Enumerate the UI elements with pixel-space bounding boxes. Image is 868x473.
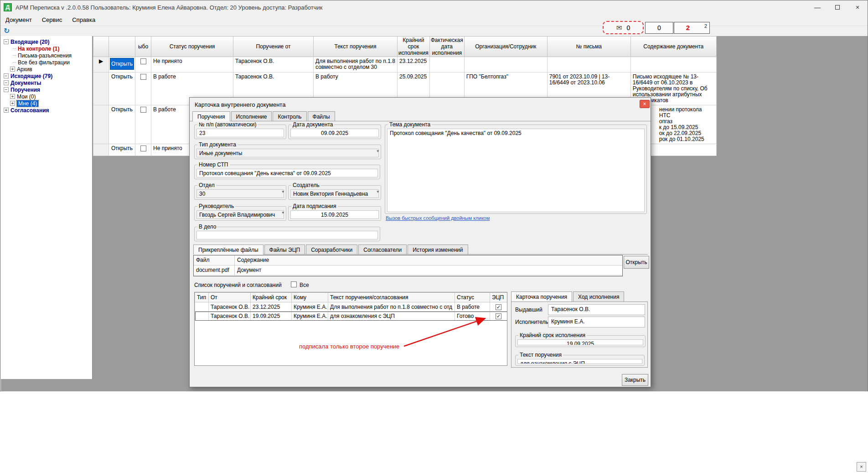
- assignment-row[interactable]: Тарасенок О.В. 23.12.2025 Круминя Е.А. Д…: [195, 302, 507, 312]
- doc-theme-input[interactable]: Протокол совещания "День качества" от 09…: [387, 129, 645, 212]
- collapse-icon[interactable]: −: [4, 80, 9, 85]
- dialog-close-button[interactable]: ×: [640, 100, 650, 108]
- doc-date-field: Дата документа 09.09.2025: [288, 125, 381, 139]
- tree-item-outbox[interactable]: −Исходящие (79): [4, 73, 92, 79]
- tab-approvers[interactable]: Согласователи: [358, 244, 407, 255]
- dialog-close-action-button[interactable]: Закрыть: [622, 374, 648, 386]
- tree-item-assignments[interactable]: −Поручения: [4, 86, 92, 93]
- col-header-from[interactable]: Поручение от: [233, 36, 314, 57]
- open-button[interactable]: Открыть: [110, 58, 134, 70]
- tree-item-inbox[interactable]: −Входящие (20): [4, 38, 92, 45]
- files-header-row: Файл Содержание: [194, 255, 622, 265]
- col-header-deadline[interactable]: Крайний срок исполнения: [398, 36, 430, 57]
- from-cell: Тарасенок О.В.: [209, 312, 251, 321]
- open-cell: Открыть: [109, 144, 135, 156]
- close-button[interactable]: ×: [847, 0, 868, 14]
- tree-item-documents[interactable]: −Документы: [4, 79, 92, 86]
- row-checkbox[interactable]: [140, 107, 146, 113]
- corner-close-button[interactable]: ×: [857, 462, 866, 472]
- menu-item-service[interactable]: Сервис: [37, 15, 67, 25]
- sign-date-input[interactable]: 15.09.2025: [290, 210, 379, 219]
- maximize-button[interactable]: [827, 0, 847, 14]
- minimize-button[interactable]: —: [807, 0, 827, 14]
- tree-item-approvals[interactable]: +Согласования: [4, 107, 92, 114]
- open-button[interactable]: Открыть: [111, 146, 133, 151]
- refresh-icon[interactable]: ↻: [4, 26, 10, 35]
- doc-type-dropdown[interactable]: Иные документы: [196, 149, 379, 157]
- tree-item-my[interactable]: +Мои (0): [10, 93, 92, 100]
- collapse-icon[interactable]: −: [4, 87, 9, 92]
- expand-icon[interactable]: +: [10, 94, 15, 99]
- all-checkbox[interactable]: [291, 281, 297, 287]
- tab-change-history[interactable]: История изменений: [408, 244, 468, 255]
- menu-item-help[interactable]: Справка: [67, 15, 100, 25]
- doc-number-input[interactable]: 23: [196, 129, 284, 137]
- tab-control[interactable]: Контроль: [273, 111, 306, 121]
- col-header-select[interactable]: ыбо: [135, 36, 151, 57]
- menu-item-document[interactable]: Документ: [0, 15, 37, 25]
- quick-messages-link[interactable]: Вызов быстрых сообщений двойным кликом: [386, 215, 490, 221]
- card-text-input[interactable]: для ознакомления с ЭЦП: [517, 359, 642, 364]
- tree-item-clarification-letters[interactable]: Письма-разъяснения: [10, 52, 92, 59]
- tab-assignments[interactable]: Поручения: [192, 111, 230, 121]
- select-cell: [135, 105, 151, 144]
- tree-item-to-me[interactable]: +Мне (4): [10, 100, 92, 107]
- row-checkbox[interactable]: [140, 74, 146, 80]
- col-header-letter-no[interactable]: № письма: [547, 36, 630, 57]
- expand-icon[interactable]: +: [10, 67, 15, 72]
- creator-label: Создатель: [291, 182, 321, 188]
- row-checkbox[interactable]: [140, 58, 146, 64]
- head-label: Руководитель: [197, 203, 235, 209]
- card-deadline-input[interactable]: 19.09.2025: [517, 339, 643, 345]
- tab-execution[interactable]: Исполнение: [231, 111, 272, 121]
- tab-execution-progress[interactable]: Ход исполнения: [573, 291, 624, 301]
- open-file-button[interactable]: Открыть: [624, 256, 649, 269]
- col-header-content[interactable]: Содержание документа: [630, 36, 716, 57]
- creator-dropdown[interactable]: Новик Виктория Геннадьевна: [290, 189, 379, 198]
- col-header-text[interactable]: Текст поручения: [314, 36, 398, 57]
- tree-item-on-control[interactable]: На контроле (1): [10, 45, 92, 52]
- tree-item-all-unfiltered[interactable]: Все без фильтрации: [10, 59, 92, 66]
- assignments-table-container: Тип От Крайний срок Кому Текст поручения…: [194, 292, 507, 366]
- col-header-text: Текст поручения/согласования: [328, 293, 455, 302]
- department-label: Отдел: [197, 182, 216, 188]
- tab-assignment-card[interactable]: Карточка поручения: [511, 291, 572, 301]
- collapse-icon[interactable]: −: [4, 39, 9, 44]
- chevron-down-icon: ▾: [377, 189, 379, 194]
- ecp-checkbox[interactable]: ✓: [496, 313, 501, 319]
- middle-counter[interactable]: 0: [645, 22, 673, 34]
- assignment-row[interactable]: Тарасенок О.В. 19.09.2025 Круминя Е.А. д…: [195, 312, 507, 321]
- expand-icon[interactable]: +: [10, 101, 15, 106]
- tab-codevelopers[interactable]: Соразработчики: [306, 244, 357, 255]
- file-content: Документ: [235, 265, 622, 275]
- bottom-strip: [0, 391, 868, 473]
- file-row[interactable]: document.pdf Документ: [194, 265, 622, 275]
- select-cell: [135, 144, 151, 156]
- col-header-organization[interactable]: Организация/Сотрудник: [464, 36, 547, 57]
- col-header-status[interactable]: Статус поручения: [151, 36, 233, 57]
- issuer-input[interactable]: Тарасенок О.В.: [548, 304, 645, 315]
- department-dropdown[interactable]: 30: [196, 189, 284, 198]
- collapse-icon[interactable]: −: [4, 73, 9, 78]
- issuer-label: Выдавший: [515, 307, 542, 313]
- tab-attached-files[interactable]: Прикреплённые файлы: [193, 244, 264, 255]
- col-header-actual-date[interactable]: Фактическая дата исполнения: [429, 36, 464, 57]
- doc-type-field: Тип документа Иные документы ▾: [194, 145, 381, 159]
- document-card-dialog: Карточка внутреннего документа × Поручен…: [189, 97, 651, 387]
- ecp-checkbox[interactable]: ✓: [496, 304, 501, 310]
- case-input[interactable]: [196, 231, 378, 239]
- head-dropdown[interactable]: Гвоздь Сергей Владимирович: [196, 210, 284, 219]
- tab-files[interactable]: Файлы: [308, 111, 335, 121]
- open-button[interactable]: Открыть: [111, 107, 133, 113]
- tree-item-archive[interactable]: +Архив: [10, 66, 92, 73]
- file-tabs: Прикреплённые файлы Файлы ЭЦП Соразработ…: [193, 244, 469, 255]
- executor-input[interactable]: Круминя Е.А.: [548, 317, 645, 327]
- row-checkbox[interactable]: [140, 146, 146, 151]
- expand-icon[interactable]: +: [4, 108, 9, 113]
- right-counter[interactable]: 2 2: [674, 22, 710, 34]
- stp-number-input[interactable]: Протокол совещания "День качества" от 09…: [196, 169, 378, 177]
- new-mail-counter[interactable]: ✉ 0: [603, 21, 644, 34]
- open-button[interactable]: Открыть: [111, 74, 133, 80]
- tab-ecp-files[interactable]: Файлы ЭЦП: [264, 244, 305, 255]
- doc-date-input[interactable]: 09.09.2025: [290, 129, 379, 137]
